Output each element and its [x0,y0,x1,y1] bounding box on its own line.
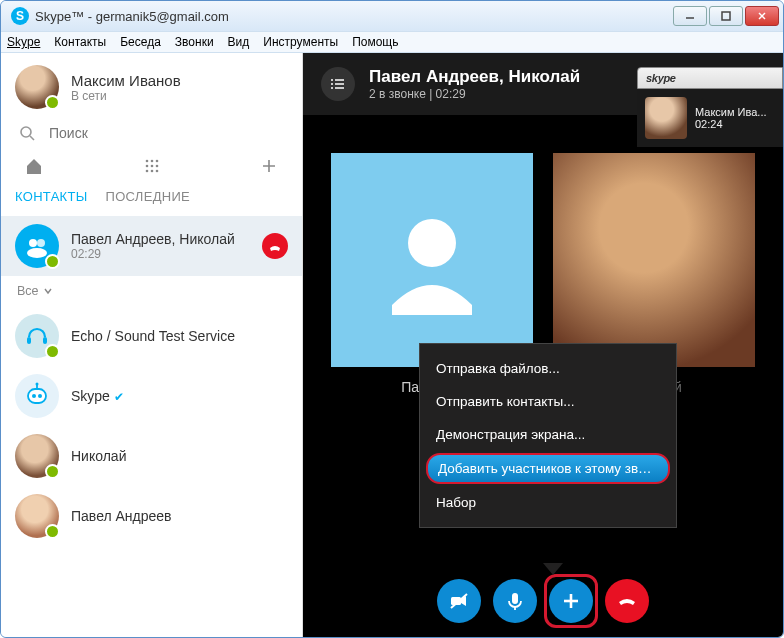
minimize-icon [685,11,695,21]
menu-view[interactable]: Вид [228,35,250,49]
tab-contacts[interactable]: КОНТАКТЫ [15,189,88,204]
search-input[interactable] [49,125,284,141]
add-button[interactable] [260,157,278,175]
menu-conversation[interactable]: Беседа [120,35,161,49]
contact-name: Павел Андреев, Николай [71,231,235,247]
camera-toggle-button[interactable] [437,579,481,623]
search-row [1,121,302,151]
menu-tools[interactable]: Инструменты [263,35,338,49]
avatar [15,65,59,109]
menu-share-screen[interactable]: Демонстрация экрана... [420,418,676,451]
main: Максим Иванов В сети [1,53,783,637]
svg-point-31 [331,83,333,85]
sidebar: Максим Иванов В сети [1,53,303,637]
svg-point-12 [145,170,148,173]
menu-add-participants[interactable]: Добавить участников к этому звонку... [426,453,670,484]
contact-info: Павел Андреев, Николай 02:29 [71,231,235,261]
svg-point-18 [37,239,45,247]
contact-nikolay[interactable]: Николай [1,426,302,486]
minimize-button[interactable] [673,6,707,26]
search-icon [19,125,35,141]
call-title-text: Павел Андреев, Николай [369,67,580,87]
svg-point-30 [331,79,333,81]
headset-icon [24,323,50,349]
svg-point-26 [36,383,39,386]
svg-rect-20 [27,337,31,344]
group-icon [25,234,49,258]
svg-point-24 [38,394,42,398]
svg-rect-42 [512,593,518,604]
titlebar: S Skype™ - germanik5@gmail.com [1,1,783,31]
group-avatar [15,224,59,268]
close-icon [757,11,767,21]
plus-icon [260,157,278,175]
tab-recent[interactable]: ПОСЛЕДНИЕ [106,189,191,204]
call-area: Павел Андреев, Николай 2 в звонке | 02:2… [303,53,783,637]
mic-icon [504,590,526,612]
list-icon [330,76,346,92]
hangup-button[interactable] [605,579,649,623]
context-menu: Отправка файлов... Отправить контакты...… [419,343,677,528]
placeholder-avatar [331,153,533,367]
menu-contacts[interactable]: Контакты [54,35,106,49]
svg-point-32 [331,87,333,89]
contact-skype[interactable]: Skype ✔ [1,366,302,426]
svg-point-11 [155,165,158,168]
plus-icon [560,590,582,612]
phone-hangup-icon [616,590,638,612]
verified-icon: ✔ [114,390,124,404]
contact-name: Николай [71,448,126,464]
mic-toggle-button[interactable] [493,579,537,623]
window-controls [673,6,779,26]
menu-dial[interactable]: Набор [420,486,676,519]
filter-label: Все [17,284,39,298]
maximize-icon [721,11,731,21]
avatar [15,494,59,538]
pip-name: Максим Ива... [695,106,767,118]
contact-name: Echo / Sound Test Service [71,328,235,344]
phone-icon [267,238,283,254]
svg-point-8 [155,160,158,163]
person-icon [377,205,487,315]
skype-logo-icon: S [11,7,29,25]
dialpad-icon [144,158,160,174]
menu-calls[interactable]: Звонки [175,35,214,49]
svg-rect-22 [28,389,46,403]
contact-echo[interactable]: Echo / Sound Test Service [1,306,302,366]
pip-body: Максим Ива... 02:24 [637,89,783,147]
svg-point-6 [145,160,148,163]
call-menu-button[interactable] [321,67,355,101]
contact-pavel[interactable]: Павел Андреев [1,486,302,546]
menu-help[interactable]: Помощь [352,35,398,49]
profile-row[interactable]: Максим Иванов В сети [1,53,302,121]
filter-row[interactable]: Все [1,276,302,306]
robot-icon [22,381,52,411]
contact-time: 02:29 [71,247,235,261]
echo-avatar [15,314,59,358]
pip-avatar [645,97,687,139]
dialpad-button[interactable] [143,157,161,175]
svg-line-5 [30,136,34,140]
contact-active-call[interactable]: Павел Андреев, Николай 02:29 [1,216,302,276]
hangup-mini-button[interactable] [262,233,288,259]
add-participants-button[interactable] [549,579,593,623]
svg-point-13 [150,170,153,173]
pip-window[interactable]: skype Максим Ива... 02:24 [637,67,783,147]
menu-send-files[interactable]: Отправка файлов... [420,352,676,385]
menu-send-contacts[interactable]: Отправить контакты... [420,385,676,418]
svg-point-39 [408,219,456,267]
window-frame: S Skype™ - germanik5@gmail.com Skype Кон… [0,0,784,638]
pip-time: 02:24 [695,118,767,130]
home-button[interactable] [25,157,43,175]
menu-skype[interactable]: Skype [7,35,40,49]
bot-avatar [15,374,59,418]
contact-name: Павел Андреев [71,508,172,524]
camera-off-icon [448,590,470,612]
close-button[interactable] [745,6,779,26]
svg-rect-21 [43,337,47,344]
pip-brand: skype [646,72,676,84]
svg-point-4 [21,127,31,137]
maximize-button[interactable] [709,6,743,26]
svg-point-19 [27,248,47,258]
svg-point-7 [150,160,153,163]
